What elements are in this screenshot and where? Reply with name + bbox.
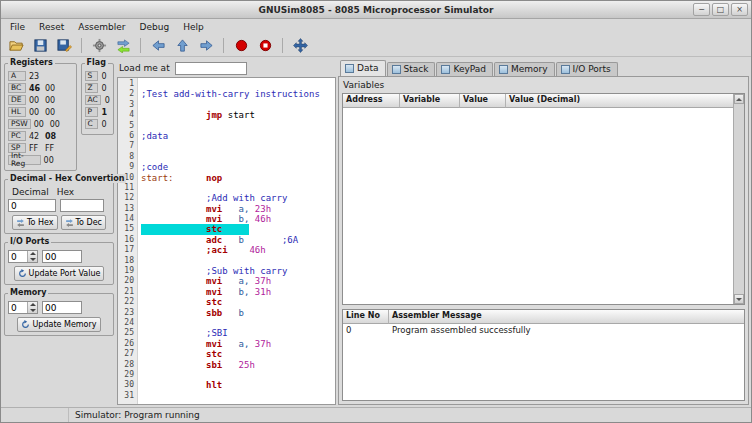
code-line[interactable]: ;data (141, 131, 335, 141)
code-line[interactable]: mvi a, 37h (141, 339, 335, 349)
code-line[interactable]: stc (141, 224, 335, 234)
flag-value[interactable]: 0 (102, 84, 107, 93)
tab-memory[interactable]: Memory (494, 62, 555, 76)
tab-keypad[interactable]: KeyPad (436, 62, 493, 76)
menu-item-assembler[interactable]: Assembler (71, 21, 132, 33)
assembler-message-row[interactable]: 0Program assembled successfully (343, 324, 744, 336)
column-header-line-no[interactable]: Line No (343, 310, 389, 324)
code-line[interactable]: ;Add with carry (141, 193, 335, 203)
decimal-input[interactable] (8, 199, 56, 212)
code-line[interactable]: mvi b, 46h (141, 214, 335, 224)
code-line[interactable] (141, 121, 335, 131)
code-line[interactable]: mvi a, 37h (141, 276, 335, 286)
code-line[interactable] (141, 141, 335, 151)
code-line[interactable]: ;Sub with carry (141, 266, 335, 276)
scroll-up-icon[interactable] (734, 94, 744, 104)
update-memory-button[interactable]: Update Memory (17, 317, 100, 332)
register-value[interactable]: 00 (29, 108, 42, 117)
memory-value-input[interactable] (42, 301, 82, 314)
code-editor[interactable]: 1234567891011121314151617181920212223242… (117, 77, 336, 405)
column-header-value-decimal[interactable]: Value (Decimal) (506, 94, 733, 108)
code-line[interactable]: mvi a, 23h (141, 204, 335, 214)
port-value-input[interactable] (42, 250, 82, 263)
code-line[interactable] (141, 370, 335, 380)
minimize-button[interactable]: − (693, 3, 710, 16)
register-value[interactable]: 00 (50, 120, 63, 129)
update-port-button[interactable]: Update Port Value (14, 266, 105, 281)
go-up-button[interactable] (171, 36, 193, 56)
maximize-button[interactable]: □ (712, 3, 729, 16)
messages-body[interactable]: 0Program assembled successfully (343, 324, 744, 400)
code-line[interactable]: mvi b, 31h (141, 287, 335, 297)
convert-button[interactable] (112, 36, 134, 56)
stop-button[interactable] (254, 36, 276, 56)
code-lines[interactable]: ;Test add-with-carry instructions jmp st… (138, 78, 335, 404)
code-line[interactable]: stc (141, 349, 335, 359)
tab-i-o-ports[interactable]: I/O Ports (556, 62, 618, 76)
hex-input[interactable] (60, 199, 104, 212)
code-line[interactable]: sbb b (141, 308, 335, 318)
code-line[interactable]: ;Test add-with-carry instructions (141, 89, 335, 99)
open-button[interactable] (5, 36, 27, 56)
menu-item-debug[interactable]: Debug (133, 21, 177, 33)
register-value[interactable]: 00 (29, 96, 42, 105)
title-bar[interactable]: GNUSim8085 - 8085 Microprocessor Simulat… (1, 1, 751, 19)
register-value[interactable]: 46 (29, 84, 42, 93)
spin-down-icon[interactable] (28, 257, 37, 263)
save-as-button[interactable] (53, 36, 75, 56)
code-line[interactable] (141, 318, 335, 328)
register-value[interactable]: 23 (29, 72, 42, 81)
code-line[interactable] (141, 152, 335, 162)
memory-address-spinner[interactable] (8, 301, 38, 314)
flag-value[interactable]: 0 (105, 96, 110, 105)
code-line[interactable]: jmp start (141, 110, 335, 120)
column-header-variable[interactable]: Variable (400, 94, 460, 108)
code-line[interactable]: sbi 25h (141, 360, 335, 370)
code-line[interactable]: ;code (141, 162, 335, 172)
flag-value[interactable]: 1 (102, 108, 108, 117)
run-button[interactable] (230, 36, 252, 56)
register-value[interactable]: 42 (29, 132, 42, 141)
code-line[interactable] (141, 100, 335, 110)
register-value[interactable]: 08 (45, 132, 58, 141)
menu-item-help[interactable]: Help (176, 21, 211, 33)
code-line[interactable]: adc b ;6A (141, 235, 335, 245)
keypad-button[interactable] (289, 36, 311, 56)
save-button[interactable] (29, 36, 51, 56)
code-line[interactable] (141, 183, 335, 193)
scroll-down-icon[interactable] (734, 294, 744, 304)
column-header-assembler-message[interactable]: Assembler Message (389, 310, 744, 324)
column-header-address[interactable]: Address (343, 94, 400, 108)
code-line[interactable]: ;aci 46h (141, 245, 335, 255)
variables-body[interactable] (343, 108, 733, 304)
menu-item-reset[interactable]: Reset (32, 21, 71, 33)
menu-item-file[interactable]: File (3, 21, 32, 33)
register-value[interactable]: FF (45, 144, 58, 153)
close-button[interactable]: × (731, 3, 748, 16)
port-address-spinner[interactable] (8, 250, 38, 263)
memory-address-input[interactable] (9, 302, 27, 313)
code-line[interactable]: ;SBI (141, 328, 335, 338)
to-dec-button[interactable]: To Dec (61, 215, 106, 230)
spin-down-icon[interactable] (28, 308, 37, 314)
register-value[interactable]: 00 (44, 156, 57, 165)
register-value[interactable]: 00 (45, 84, 58, 93)
go-back-button[interactable] (147, 36, 169, 56)
flag-value[interactable]: 0 (102, 120, 107, 129)
code-line[interactable]: stc (141, 297, 335, 307)
assemble-button[interactable] (88, 36, 110, 56)
tab-stack[interactable]: Stack (387, 62, 436, 76)
to-hex-button[interactable]: To Hex (12, 215, 58, 230)
code-line[interactable] (141, 79, 335, 89)
go-forward-button[interactable] (195, 36, 217, 56)
tab-data[interactable]: Data (340, 60, 386, 76)
register-value[interactable]: 00 (45, 108, 58, 117)
column-header-value[interactable]: Value (460, 94, 506, 108)
register-value[interactable]: 00 (34, 120, 47, 129)
load-address-input[interactable] (175, 62, 247, 75)
code-line[interactable] (141, 256, 335, 266)
code-line[interactable]: start: nop (141, 173, 335, 183)
code-line[interactable]: hlt (141, 380, 335, 390)
variables-scrollbar[interactable] (733, 94, 744, 304)
flag-value[interactable]: 0 (102, 72, 107, 81)
